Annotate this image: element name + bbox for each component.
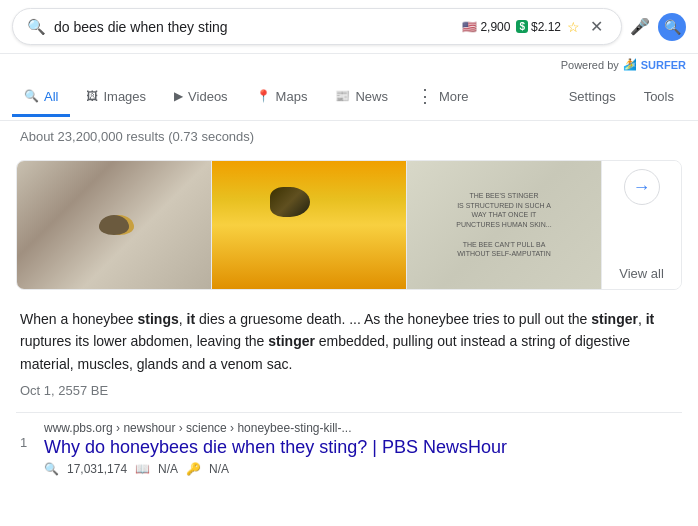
search-submit-icon: 🔍 [664,19,681,35]
bold-stinger2: stinger [268,333,315,349]
tab-tools[interactable]: Tools [632,79,686,117]
meta-book-icon: 📖 [135,462,150,476]
close-icon[interactable]: ✕ [586,15,607,38]
search-volume: 2,900 [480,20,510,34]
cpc-badge: $ $2.12 [516,20,561,34]
result-meta: 🔍 17,031,174 📖 N/A 🔑 N/A [44,462,678,476]
results-count: About 23,200,000 results (0.73 seconds) [0,121,698,152]
results-count-text: About 23,200,000 results (0.73 seconds) [20,129,254,144]
nav-right-tabs: Settings Tools [557,79,686,117]
search-icon: 🔍 [27,18,46,36]
result-item-1: 1 www.pbs.org › newshour › science › hon… [0,413,698,484]
cpc-value: $2.12 [531,20,561,34]
image-thumb-1[interactable] [17,161,212,289]
result-url-domain: www.pbs.org [44,421,113,435]
snippet-date: Oct 1, 2557 BE [20,381,678,402]
meta-key-icon: 🔑 [186,462,201,476]
arrow-right-icon: → [633,177,651,198]
tab-settings[interactable]: Settings [557,79,628,117]
tab-news[interactable]: 📰 News [323,79,400,117]
tab-news-label: News [355,89,388,104]
all-tab-icon: 🔍 [24,89,39,103]
bold-it2: it [646,311,655,327]
image-next-button[interactable]: → [624,169,660,205]
nav-tabs: 🔍 All 🖼 Images ▶ Videos 📍 Maps 📰 News ⋮ … [0,75,698,121]
result-title-link[interactable]: Why do honeybees die when they sting? | … [44,437,678,458]
result-url-path: › newshour › science › honeybee-sting-ki… [116,421,351,435]
image-thumb-2[interactable] [212,161,407,289]
tab-settings-label: Settings [569,89,616,104]
tab-more[interactable]: ⋮ More [404,75,481,120]
search-bar-metrics: 🇺🇸 2,900 $ $2.12 ☆ ✕ [462,15,607,38]
meta-na-2: N/A [209,462,229,476]
search-submit-button[interactable]: 🔍 [658,13,686,41]
powered-by-text: Powered by [561,59,619,71]
mic-icon[interactable]: 🎤 [630,17,650,36]
diagram-text: THE BEE'S STINGERIS STRUCTURED IN SUCH A… [452,187,555,264]
powered-by-bar: Powered by 🏄 SURFER [0,54,698,75]
tab-maps[interactable]: 📍 Maps [244,79,320,117]
image-strip-images: THE BEE'S STINGERIS STRUCTURED IN SUCH A… [17,161,601,289]
meta-search-icon: 🔍 [44,462,59,476]
search-header: 🔍 do bees die when they sting 🇺🇸 2,900 $… [0,0,698,54]
snippet-text: When a honeybee stings, it dies a grueso… [20,308,678,375]
dollar-icon: $ [516,20,528,33]
tab-videos-label: Videos [188,89,228,104]
tab-more-label: More [439,89,469,104]
tab-images[interactable]: 🖼 Images [74,79,158,117]
tab-all-label: All [44,89,58,104]
flag-icon: 🇺🇸 [462,20,477,34]
result-number: 1 [20,421,32,476]
surfer-label: SURFER [641,59,686,71]
tab-videos[interactable]: ▶ Videos [162,79,240,117]
images-tab-icon: 🖼 [86,89,98,103]
image-strip: THE BEE'S STINGERIS STRUCTURED IN SUCH A… [16,160,682,290]
news-tab-icon: 📰 [335,89,350,103]
surfer-wave-icon: 🏄 [623,58,637,71]
star-icon: ☆ [567,19,580,35]
tab-images-label: Images [103,89,146,104]
bold-it1: it [187,311,196,327]
meta-volume-value: 17,031,174 [67,462,127,476]
tab-all[interactable]: 🔍 All [12,79,70,117]
maps-tab-icon: 📍 [256,89,271,103]
image-strip-nav: → View all [601,161,681,289]
bold-stings: stings [138,311,179,327]
search-volume-badge: 🇺🇸 2,900 [462,20,510,34]
videos-tab-icon: ▶ [174,89,183,103]
search-query[interactable]: do bees die when they sting [54,19,454,35]
result-url: www.pbs.org › newshour › science › honey… [44,421,678,435]
more-icon: ⋮ [416,85,434,107]
image-thumb-3[interactable]: THE BEE'S STINGERIS STRUCTURED IN SUCH A… [407,161,601,289]
meta-na-1: N/A [158,462,178,476]
tab-maps-label: Maps [276,89,308,104]
view-all-link[interactable]: View all [619,266,664,281]
bold-stinger1: stinger [591,311,638,327]
search-bar: 🔍 do bees die when they sting 🇺🇸 2,900 $… [12,8,622,45]
snippet-block: When a honeybee stings, it dies a grueso… [0,298,698,412]
result-content: www.pbs.org › newshour › science › honey… [44,421,678,476]
tab-tools-label: Tools [644,89,674,104]
